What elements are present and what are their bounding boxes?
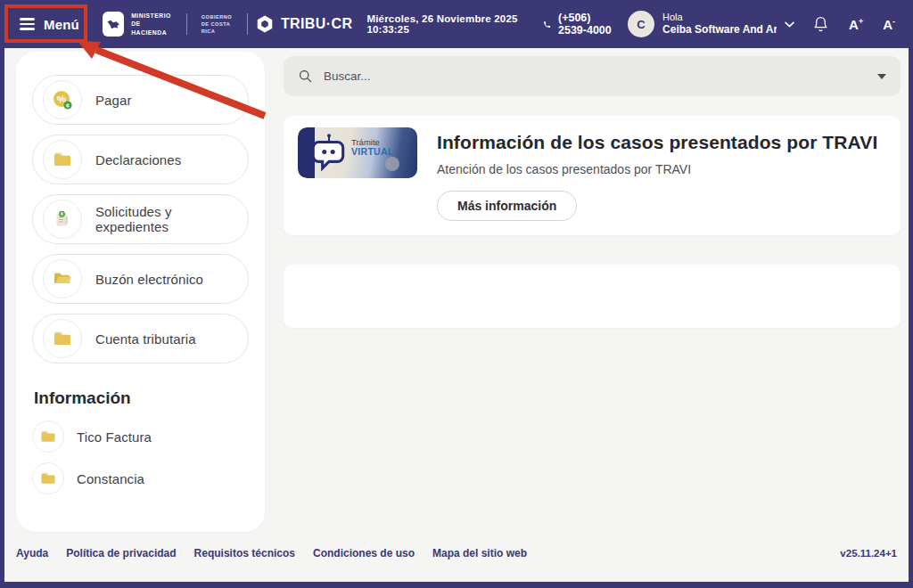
sidebar-item-constancia[interactable]: Constancia	[32, 462, 249, 494]
sidebar-item-solicitudes[interactable]: ¢ Solicitudes y expedientes	[32, 194, 249, 244]
notifications-button[interactable]	[810, 14, 831, 35]
phone-icon	[543, 18, 551, 31]
search-bar[interactable]	[284, 56, 901, 96]
ministry-name: MINISTERIO DE HACIENDA	[131, 12, 172, 37]
main-content: Trámite VIRTUAL Información de los casos…	[284, 56, 901, 328]
font-increase-button[interactable]: A+	[847, 15, 865, 34]
travi-info-card: Trámite VIRTUAL Información de los casos…	[284, 116, 901, 235]
divider	[186, 13, 187, 35]
version-label: v25.11.24+1	[840, 548, 897, 559]
dropdown-caret-icon[interactable]	[877, 74, 886, 79]
sidebar-item-label: Cuenta tributaria	[95, 331, 196, 347]
hexagon-icon	[255, 14, 275, 34]
search-icon	[298, 69, 313, 84]
svg-text:¢: ¢	[66, 102, 70, 109]
bell-icon	[812, 16, 829, 33]
user-menu[interactable]: C Hola Ceiba Software And Art...	[628, 11, 794, 37]
sidebar-item-tico-factura[interactable]: Tico Factura	[32, 421, 249, 453]
sidebar-item-label: Tico Factura	[77, 429, 152, 445]
footer-link-privacidad[interactable]: Política de privacidad	[66, 547, 176, 559]
brand-wordmark: TRIBU·CR	[281, 16, 353, 32]
robot-chat-icon	[310, 133, 348, 174]
font-decrease-button[interactable]: A-	[881, 15, 897, 34]
costa-rica-map-icon	[103, 12, 124, 37]
menu-button[interactable]: Menú	[16, 12, 83, 37]
greeting-label: Hola	[662, 12, 777, 24]
top-header: Menú MINISTERIO DE HACIENDA GOBIERNO DE …	[0, 0, 913, 48]
folder-icon	[43, 319, 82, 358]
footer-link-ayuda[interactable]: Ayuda	[16, 547, 48, 559]
more-info-button[interactable]: Más información	[437, 191, 577, 221]
card-subtitle: Atención de los casos presentados por TR…	[437, 162, 877, 176]
card-title: Información de los casos presentados por…	[437, 132, 877, 153]
folder-open-icon	[43, 259, 82, 298]
avatar: C	[628, 11, 654, 37]
window-border	[909, 0, 913, 588]
sidebar-item-label: Declaraciones	[95, 152, 181, 167]
chevron-down-icon	[785, 21, 794, 28]
window-border	[0, 582, 913, 588]
government-name: GOBIERNO DE COSTA RICA	[202, 13, 240, 35]
sidebar-item-declaraciones[interactable]: Declaraciones	[32, 135, 249, 184]
sidebar-section-title: Información	[34, 388, 249, 408]
window-border	[0, 0, 4, 588]
ministry-logo: MINISTERIO DE HACIENDA GOBIERNO DE COSTA…	[103, 12, 240, 37]
sidebar-item-cuenta[interactable]: Cuenta tributaria	[32, 314, 249, 363]
empty-content-card	[284, 265, 901, 328]
folder-icon	[43, 140, 82, 179]
sidebar-item-buzon[interactable]: Buzón electrónico	[32, 254, 249, 304]
user-name: Ceiba Software And Art...	[662, 23, 777, 37]
hamburger-icon	[20, 18, 35, 29]
sidebar-item-label: Buzón electrónico	[95, 272, 203, 287]
folder-icon	[32, 421, 64, 453]
folder-icon	[32, 462, 64, 494]
sidebar-item-label: Solicitudes y expedientes	[95, 204, 248, 234]
phone-contact: (+506) 2539-4000	[543, 12, 612, 37]
sidebar: % ¢ Pagar Declaraciones	[16, 52, 265, 532]
footer-link-condiciones[interactable]: Condiciones de uso	[313, 547, 415, 559]
datetime-label: Miércoles, 26 Noviembre 2025 10:33:25	[366, 13, 543, 35]
sidebar-item-pagar[interactable]: % ¢ Pagar	[32, 75, 249, 125]
menu-label: Menú	[44, 17, 79, 32]
receipt-colon-icon: ¢	[43, 200, 82, 239]
search-input[interactable]	[322, 69, 868, 84]
tribu-cr-portal: Menú MINISTERIO DE HACIENDA GOBIERNO DE …	[0, 0, 913, 588]
footer-link-requisitos[interactable]: Requisitos técnicos	[194, 547, 295, 559]
divider	[247, 13, 248, 35]
footer: Ayuda Política de privacidad Requisitos …	[16, 547, 897, 559]
sidebar-item-label: Pagar	[95, 93, 132, 108]
travi-thumbnail-image: Trámite VIRTUAL	[298, 127, 417, 178]
tribu-cr-logo: TRIBU·CR	[255, 14, 353, 34]
phone-number: (+506) 2539-4000	[558, 12, 612, 37]
footer-link-mapa[interactable]: Mapa del sitio web	[432, 547, 527, 559]
sidebar-item-label: Constancia	[77, 471, 144, 486]
travi-logo-text-bottom: VIRTUAL	[351, 147, 394, 158]
coin-percent-icon: % ¢	[43, 80, 82, 119]
